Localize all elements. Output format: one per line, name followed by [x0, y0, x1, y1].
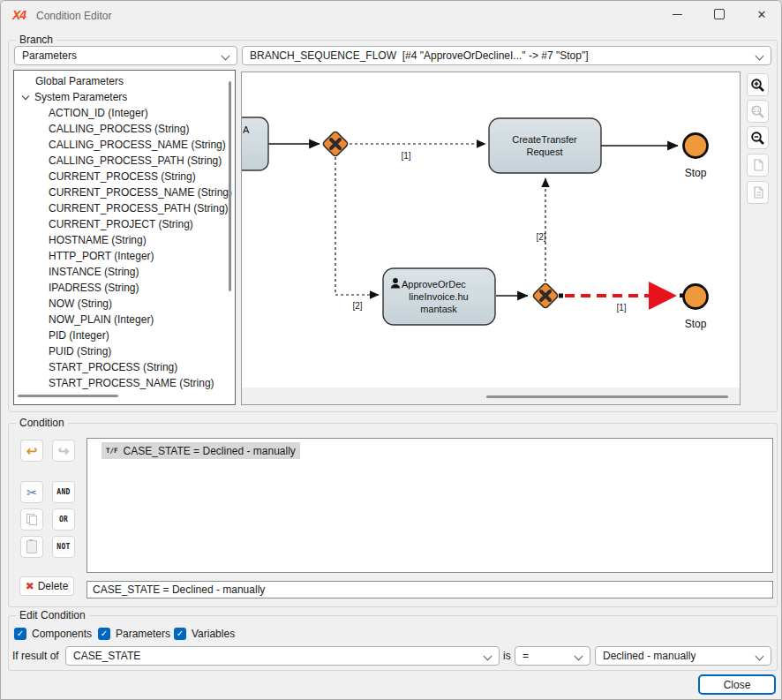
stop-event-2[interactable]	[684, 285, 708, 309]
operator-select[interactable]: =	[515, 646, 590, 666]
variables-checkbox[interactable]: ✓ Variables	[174, 628, 235, 640]
exclusive-gateway-1[interactable]	[322, 131, 349, 157]
tree-item[interactable]: CURRENT_PROJECT (String)	[14, 216, 235, 232]
stop-event-label: Stop	[685, 318, 707, 330]
tree-item-global-parameters[interactable]: Global Parameters	[14, 73, 235, 89]
edge-label: [2]	[352, 301, 362, 311]
tree-item[interactable]: IPADRESS (String)	[14, 280, 235, 296]
tree-item[interactable]: INSTANCE (String)	[14, 264, 235, 280]
or-button[interactable]: OR	[52, 508, 75, 531]
fit-width-button[interactable]	[747, 181, 769, 204]
scissors-icon: ✂	[26, 486, 37, 499]
redo-icon: ↪	[58, 444, 70, 457]
parameter-select[interactable]: CASE_STATE	[65, 646, 500, 666]
delete-x-icon: ✖	[26, 581, 34, 591]
task-label: mantask	[420, 304, 457, 314]
window-title: Condition Editor	[36, 10, 111, 22]
branch-flow-value: BRANCH_SEQUENCE_FLOW [#4 "ApproveOrDecli…	[250, 49, 589, 62]
zoom-in-icon	[750, 78, 765, 93]
maximize-icon	[714, 9, 725, 19]
cut-button[interactable]: ✂	[20, 481, 43, 503]
x4-logo-icon: X4	[12, 8, 26, 22]
edit-condition-group-label: Edit Condition	[16, 609, 89, 621]
tree-item[interactable]: CALLING_PROCESS_PATH (String)	[14, 153, 235, 169]
fit-page-button[interactable]	[747, 154, 769, 177]
and-button[interactable]: AND	[52, 481, 75, 503]
tree-item[interactable]: CURRENT_PROCESS_NAME (String)	[14, 184, 235, 200]
exclusive-gateway-2[interactable]	[532, 282, 559, 309]
zoom-out-button[interactable]	[747, 126, 769, 149]
zoom-one-to-one-icon: 1:1	[750, 104, 765, 119]
page-lines-icon	[751, 185, 765, 199]
tree-item[interactable]: START_PROCESS_NAME (String)	[14, 375, 235, 391]
condition-list-item-selected[interactable]: T/F CASE_STATE = Declined - manually	[102, 442, 300, 459]
task-label: CreateTransfer	[512, 134, 577, 145]
components-checkbox[interactable]: ✓ Components	[14, 628, 92, 640]
tree-item[interactable]: NOW (String)	[14, 296, 235, 312]
maximize-button[interactable]	[705, 4, 733, 24]
copy-icon	[26, 514, 37, 525]
edge-label: [1]	[616, 303, 626, 312]
if-result-of-label: If result of	[12, 650, 59, 662]
task-label: Request	[527, 147, 563, 157]
svg-text:1:1: 1:1	[754, 108, 760, 113]
chevron-down-icon	[756, 652, 764, 661]
edge-source-port	[559, 294, 563, 298]
not-button[interactable]: NOT	[52, 536, 75, 558]
tree-item[interactable]: PUID (String)	[14, 343, 235, 359]
diagram-horizontal-scrollbar[interactable]	[486, 395, 728, 398]
checkbox-checked-icon: ✓	[98, 628, 110, 640]
tree-item[interactable]: START_PROCESS (String)	[14, 359, 235, 375]
tree-item[interactable]: ACTION_ID (Integer)	[14, 105, 235, 121]
minimize-button[interactable]	[663, 4, 691, 24]
condition-expression-field[interactable]: CASE_STATE = Declined - manually	[86, 581, 773, 598]
zoom-in-button[interactable]	[747, 73, 769, 96]
copy-button[interactable]	[20, 508, 43, 531]
tree-item[interactable]: CURRENT_PROCESS_PATH (String)	[14, 200, 235, 216]
redo-button[interactable]: ↪	[52, 440, 75, 462]
tree-item[interactable]: HTTP_PORT (Integer)	[14, 248, 235, 264]
tree-item-system-parameters[interactable]: System Parameters	[14, 89, 235, 105]
parameters-checkbox[interactable]: ✓ Parameters	[98, 628, 170, 640]
close-window-button[interactable]: ✕	[748, 4, 776, 24]
process-diagram-panel[interactable]: [1] [2] [2] [1] A CreateTransfer Request	[241, 72, 741, 405]
undo-button[interactable]: ↩	[20, 440, 43, 462]
zoom-actual-size-button[interactable]: 1:1	[747, 100, 769, 123]
tree-item[interactable]: HOSTNAME (String)	[14, 232, 235, 248]
close-button[interactable]: Close	[698, 674, 776, 695]
tree-item[interactable]: NOW_PLAIN (Integer)	[14, 312, 235, 327]
chevron-down-icon	[575, 652, 583, 661]
tree-item[interactable]: CALLING_PROCESS (String)	[14, 121, 235, 137]
undo-icon: ↩	[26, 444, 38, 457]
task-label: lineInvoice.hu	[409, 291, 468, 302]
condition-list[interactable]: T/F CASE_STATE = Declined - manually	[86, 438, 773, 573]
tree-item[interactable]: PID (Integer)	[14, 327, 235, 343]
tree-horizontal-scrollbar[interactable]	[18, 395, 118, 397]
stop-event-1[interactable]	[684, 134, 708, 158]
checkbox-checked-icon: ✓	[14, 628, 26, 640]
not-label: NOT	[56, 543, 70, 551]
or-label: OR	[59, 516, 68, 523]
task-create-transfer-request[interactable]	[489, 118, 601, 173]
branch-scope-select[interactable]: Parameters	[14, 46, 237, 65]
tree-vertical-scrollbar[interactable]	[229, 81, 231, 291]
delete-button[interactable]: ✖ Delete	[19, 576, 74, 596]
paste-button[interactable]	[20, 536, 43, 558]
branch-group-label: Branch	[16, 34, 56, 46]
branch-flow-select[interactable]: BRANCH_SEQUENCE_FLOW [#4 "ApproveOrDecli…	[242, 46, 771, 65]
page-icon	[751, 158, 765, 172]
tree-item[interactable]: CALLING_PROCESS_NAME (String)	[14, 137, 235, 153]
tree-item[interactable]: CURRENT_PROCESS (String)	[14, 169, 235, 184]
edge-gateway1-to-approve	[335, 157, 379, 295]
parameters-tree[interactable]: Global Parameters System Parameters ACTI…	[13, 70, 236, 405]
clipboard-icon	[26, 540, 37, 553]
minimize-icon	[673, 14, 682, 15]
task-clipped-label: A	[243, 124, 250, 135]
chevron-down-icon[interactable]	[22, 92, 29, 99]
and-label: AND	[56, 488, 70, 496]
chevron-down-icon	[484, 652, 493, 661]
titlebar: X4 Condition Editor ✕	[1, 1, 781, 29]
true-false-icon: T/F	[106, 447, 118, 455]
value-select[interactable]: Declined - manually	[595, 646, 771, 666]
stop-event-label: Stop	[685, 167, 707, 179]
